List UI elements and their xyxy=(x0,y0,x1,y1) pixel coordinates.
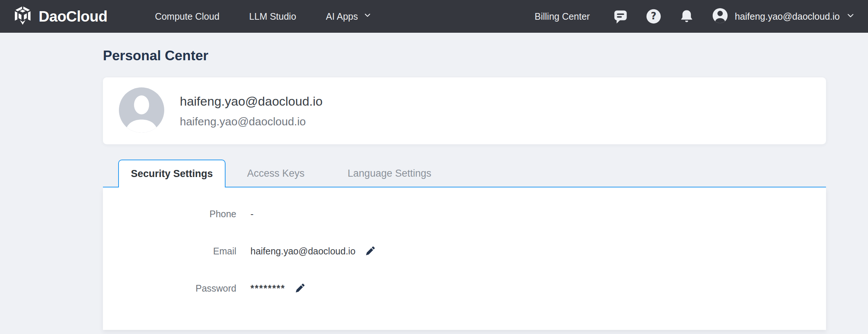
svg-text:?: ? xyxy=(651,10,657,22)
profile-card: haifeng.yao@daocloud.io haifeng.yao@daoc… xyxy=(103,77,826,144)
brand-name: DaoCloud xyxy=(39,8,107,25)
password-value: ******** xyxy=(250,283,285,294)
tab-label: Access Keys xyxy=(247,168,305,179)
password-label: Password xyxy=(103,283,236,294)
help-icon[interactable]: ? xyxy=(645,8,662,25)
email-row: Email haifeng.yao@daocloud.io xyxy=(103,245,826,257)
billing-center-link[interactable]: Billing Center xyxy=(535,11,590,22)
nav-item-compute-cloud[interactable]: Compute Cloud xyxy=(155,11,220,22)
tab-access-keys[interactable]: Access Keys xyxy=(226,160,326,187)
nav-item-ai-apps[interactable]: AI Apps xyxy=(326,11,372,22)
account-email: haifeng.yao@daocloud.io xyxy=(735,11,840,22)
phone-value: - xyxy=(250,209,253,219)
security-settings-panel: Phone - Email haifeng.yao@daocloud.io Pa… xyxy=(103,187,826,330)
profile-email: haifeng.yao@daocloud.io xyxy=(180,115,323,128)
email-value: haifeng.yao@daocloud.io xyxy=(250,246,356,257)
brand-logo[interactable]: DaoCloud xyxy=(13,6,107,27)
topbar: DaoCloud Compute Cloud LLM Studio AI App… xyxy=(0,0,868,33)
tab-bar: Security Settings Access Keys Language S… xyxy=(103,160,826,187)
account-avatar-icon xyxy=(712,7,729,26)
phone-row: Phone - xyxy=(103,208,826,220)
notifications-bell-icon[interactable] xyxy=(679,9,694,24)
nav-label: Compute Cloud xyxy=(155,11,220,22)
nav-item-llm-studio[interactable]: LLM Studio xyxy=(249,11,296,22)
edit-password-pencil-icon[interactable] xyxy=(294,283,305,294)
main-content: Personal Center haifeng.yao@daocloud.io … xyxy=(103,48,826,330)
email-label: Email xyxy=(103,246,236,257)
page-title: Personal Center xyxy=(103,48,826,64)
password-row: Password ******** xyxy=(103,282,826,294)
nav-label: LLM Studio xyxy=(249,11,296,22)
chevron-down-icon xyxy=(363,11,372,22)
profile-avatar xyxy=(119,87,164,134)
account-chevron-down-icon xyxy=(846,11,855,22)
top-navigation: Compute Cloud LLM Studio AI Apps xyxy=(155,11,372,22)
edit-email-pencil-icon[interactable] xyxy=(365,245,376,257)
tab-label: Language Settings xyxy=(348,168,431,179)
feedback-chat-icon[interactable] xyxy=(613,9,628,24)
daocloud-cube-icon xyxy=(13,6,33,27)
account-menu[interactable]: haifeng.yao@daocloud.io xyxy=(712,7,855,26)
topbar-right: Billing Center ? xyxy=(535,7,855,26)
profile-display-name: haifeng.yao@daocloud.io xyxy=(180,94,323,109)
tab-security-settings[interactable]: Security Settings xyxy=(118,160,226,187)
profile-texts: haifeng.yao@daocloud.io haifeng.yao@daoc… xyxy=(180,94,323,128)
nav-label: AI Apps xyxy=(326,11,358,22)
phone-label: Phone xyxy=(103,209,236,219)
tab-language-settings[interactable]: Language Settings xyxy=(326,160,453,187)
tab-label: Security Settings xyxy=(131,168,213,180)
